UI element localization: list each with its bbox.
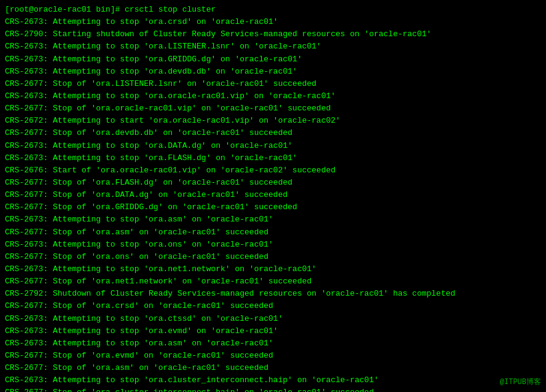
terminal-line: CRS-2673: Attempting to stop 'ora.DATA.d… xyxy=(5,140,541,152)
terminal-line: CRS-2677: Stop of 'ora.ons' on 'oracle-r… xyxy=(5,251,541,263)
terminal-line: CRS-2677: Stop of 'ora.asm' on 'oracle-r… xyxy=(5,226,541,239)
terminal-line: CRS-2677: Stop of 'ora.devdb.db' on 'ora… xyxy=(5,127,541,139)
terminal-output: [root@oracle-rac01 bin]# crsctl stop clu… xyxy=(5,4,541,392)
terminal-line: CRS-2677: Stop of 'ora.cluster_interconn… xyxy=(5,386,541,392)
terminal-line: CRS-2677: Stop of 'ora.DATA.dg' on 'orac… xyxy=(5,189,541,201)
terminal-line: CRS-2677: Stop of 'ora.LISTENER.lsnr' on… xyxy=(5,78,541,90)
watermark: @ITPUB博客 xyxy=(500,377,541,387)
terminal-line: CRS-2673: Attempting to stop 'ora.evmd' … xyxy=(5,325,541,337)
terminal-line: CRS-2673: Attempting to stop 'ora.crsd' … xyxy=(5,16,541,28)
terminal-line: CRS-2673: Attempting to stop 'ora.net1.n… xyxy=(5,263,541,275)
terminal-line: CRS-2673: Attempting to stop 'ora.FLASH.… xyxy=(5,152,541,164)
terminal-line: CRS-2677: Stop of 'ora.FLASH.dg' on 'ora… xyxy=(5,177,541,189)
terminal-line: CRS-2673: Attempting to stop 'ora.ctssd'… xyxy=(5,313,541,325)
terminal-line: CRS-2673: Attempting to stop 'ora.GRIDDG… xyxy=(5,53,541,66)
terminal-line: CRS-2677: Stop of 'ora.evmd' on 'oracle-… xyxy=(5,350,541,362)
terminal-line: CRS-2673: Attempting to stop 'ora.devdb.… xyxy=(5,66,541,78)
terminal-line: CRS-2676: Start of 'ora.oracle-rac01.vip… xyxy=(5,164,541,177)
terminal-line: CRS-2673: Attempting to stop 'ora.LISTEN… xyxy=(5,40,541,53)
terminal-line: CRS-2677: Stop of 'ora.crsd' on 'oracle-… xyxy=(5,300,541,312)
terminal-line: CRS-2673: Attempting to stop 'ora.asm' o… xyxy=(5,213,541,226)
terminal-window: [root@oracle-rac01 bin]# crsctl stop clu… xyxy=(0,0,546,392)
terminal-line: [root@oracle-rac01 bin]# crsctl stop clu… xyxy=(5,4,541,16)
terminal-line: CRS-2673: Attempting to stop 'ora.asm' o… xyxy=(5,337,541,350)
terminal-line: CRS-2677: Stop of 'ora.net1.network' on … xyxy=(5,275,541,288)
terminal-line: CRS-2792: Shutdown of Cluster Ready Serv… xyxy=(5,288,541,300)
terminal-line: CRS-2677: Stop of 'ora.oracle-rac01.vip'… xyxy=(5,102,541,115)
terminal-line: CRS-2673: Attempting to stop 'ora.oracle… xyxy=(5,90,541,102)
terminal-line: CRS-2790: Starting shutdown of Cluster R… xyxy=(5,28,541,40)
terminal-line: CRS-2673: Attempting to stop 'ora.ons' o… xyxy=(5,239,541,251)
terminal-line: CRS-2673: Attempting to stop 'ora.cluste… xyxy=(5,374,541,386)
terminal-line: CRS-2677: Stop of 'ora.asm' on 'oracle-r… xyxy=(5,362,541,374)
terminal-line: CRS-2677: Stop of 'ora.GRIDDG.dg' on 'or… xyxy=(5,201,541,213)
terminal-line: CRS-2672: Attempting to start 'ora.oracl… xyxy=(5,115,541,127)
